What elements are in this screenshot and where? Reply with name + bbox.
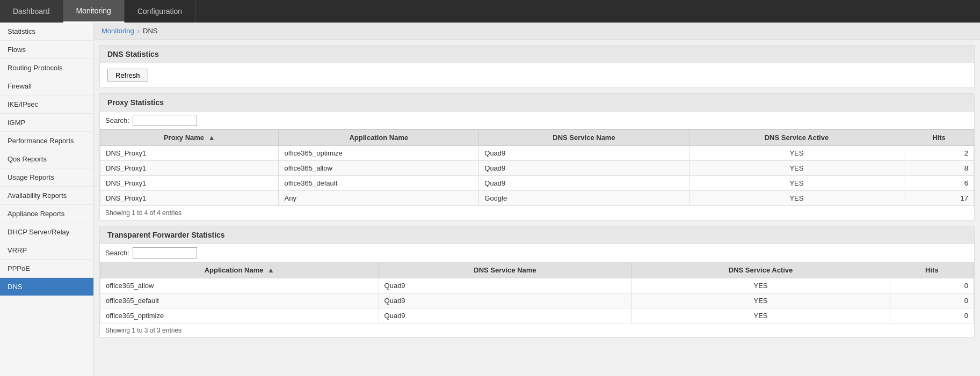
dns-service-cell: Quad9 [479, 146, 689, 161]
proxy-col-dns-service-active[interactable]: DNS Service Active [689, 130, 904, 146]
dns-service-cell: Quad9 [379, 293, 631, 308]
forwarder-col-dns-service-name[interactable]: DNS Service Name [379, 262, 631, 278]
table-row: DNS_Proxy1 office365_default Quad9 YES 6 [100, 176, 974, 191]
dns-service-cell: Google [479, 191, 689, 206]
proxy-table: Proxy Name ▲ Application Name DNS Servic… [100, 129, 974, 206]
hits-cell: 6 [904, 176, 974, 191]
hits-cell: 2 [904, 146, 974, 161]
dns-statistics-section: DNS Statistics Refresh [99, 45, 975, 88]
top-navigation: Dashboard Monitoring Configuration [0, 0, 980, 23]
sidebar-item-ike-ipsec[interactable]: IKE/IPsec [0, 95, 93, 114]
dns-service-cell: Quad9 [379, 278, 631, 293]
table-row: DNS_Proxy1 Any Google YES 17 [100, 191, 974, 206]
hits-cell: 0 [890, 278, 974, 293]
sort-arrow-app-name: ▲ [267, 266, 274, 274]
breadcrumb-current: DNS [143, 27, 157, 35]
hits-cell: 0 [890, 293, 974, 308]
refresh-button[interactable]: Refresh [107, 69, 148, 82]
proxy-col-hits[interactable]: Hits [904, 130, 974, 146]
app-name-cell: office365_allow [279, 161, 479, 176]
app-name-cell: office365_optimize [100, 308, 379, 323]
active-cell: YES [689, 191, 904, 206]
forwarder-col-dns-service-active[interactable]: DNS Service Active [631, 262, 890, 278]
dns-service-cell: Quad9 [379, 308, 631, 323]
proxy-showing-text: Showing 1 to 4 of 4 entries [100, 206, 974, 220]
active-cell: YES [631, 278, 890, 293]
table-row: office365_allow Quad9 YES 0 [100, 278, 974, 293]
sidebar-item-vrrp[interactable]: VRRP [0, 241, 93, 260]
sidebar-item-statistics[interactable]: Statistics [0, 23, 93, 41]
app-name-cell: office365_default [279, 176, 479, 191]
proxy-name-cell: DNS_Proxy1 [100, 191, 279, 206]
active-cell: YES [631, 293, 890, 308]
sidebar-item-routing-protocols[interactable]: Routing Protocols [0, 59, 93, 77]
sidebar-item-availability-reports[interactable]: Availability Reports [0, 187, 93, 205]
dns-statistics-header: DNS Statistics [100, 46, 974, 63]
breadcrumb: Monitoring › DNS [94, 23, 980, 40]
proxy-name-cell: DNS_Proxy1 [100, 176, 279, 191]
breadcrumb-separator: › [137, 27, 140, 35]
sidebar-item-performance-reports[interactable]: Performance Reports [0, 132, 93, 150]
tab-configuration[interactable]: Configuration [125, 0, 195, 23]
proxy-search-row: Search: [100, 112, 974, 129]
active-cell: YES [689, 176, 904, 191]
app-name-cell: office365_default [100, 293, 379, 308]
active-cell: YES [631, 308, 890, 323]
main-content: Monitoring › DNS DNS Statistics Refresh … [94, 23, 980, 376]
table-row: DNS_Proxy1 office365_allow Quad9 YES 8 [100, 161, 974, 176]
forwarder-showing-text: Showing 1 to 3 of 3 entries [100, 323, 974, 337]
dns-service-cell: Quad9 [479, 161, 689, 176]
proxy-col-app-name[interactable]: Application Name [279, 130, 479, 146]
active-cell: YES [689, 161, 904, 176]
proxy-name-cell: DNS_Proxy1 [100, 161, 279, 176]
sidebar-item-dns[interactable]: DNS [0, 278, 93, 296]
transparent-forwarder-section: Transparent Forwarder Statistics Search:… [99, 226, 975, 338]
breadcrumb-parent[interactable]: Monitoring [101, 27, 134, 35]
app-name-cell: office365_allow [100, 278, 379, 293]
hits-cell: 0 [890, 308, 974, 323]
forwarder-col-app-name[interactable]: Application Name ▲ [100, 262, 379, 278]
app-name-cell: office365_optimize [279, 146, 479, 161]
proxy-col-proxy-name[interactable]: Proxy Name ▲ [100, 130, 279, 146]
forwarder-col-hits[interactable]: Hits [890, 262, 974, 278]
proxy-search-label: Search: [105, 116, 129, 124]
sidebar-item-firewall[interactable]: Firewall [0, 77, 93, 95]
sidebar-item-dhcp-server[interactable]: DHCP Server/Relay [0, 223, 93, 241]
sidebar-item-pppoe[interactable]: PPPoE [0, 260, 93, 278]
dns-statistics-body: Refresh [100, 63, 974, 87]
app-name-cell: Any [279, 191, 479, 206]
table-row: office365_optimize Quad9 YES 0 [100, 308, 974, 323]
forwarder-search-row: Search: [100, 244, 974, 262]
sidebar-item-appliance-reports[interactable]: Appliance Reports [0, 205, 93, 223]
proxy-col-dns-service-name[interactable]: DNS Service Name [479, 130, 689, 146]
sidebar-item-flows[interactable]: Flows [0, 41, 93, 59]
sort-arrow-proxy-name: ▲ [208, 134, 215, 142]
forwarder-search-label: Search: [105, 249, 129, 257]
proxy-statistics-section: Proxy Statistics Search: Proxy Name ▲ Ap… [99, 93, 975, 220]
sidebar-item-usage-reports[interactable]: Usage Reports [0, 168, 93, 187]
tab-monitoring[interactable]: Monitoring [63, 0, 125, 23]
table-row: office365_default Quad9 YES 0 [100, 293, 974, 308]
main-layout: Statistics Flows Routing Protocols Firew… [0, 23, 980, 376]
sidebar: Statistics Flows Routing Protocols Firew… [0, 23, 94, 376]
dns-service-cell: Quad9 [479, 176, 689, 191]
hits-cell: 17 [904, 191, 974, 206]
forwarder-search-input[interactable] [133, 247, 197, 259]
table-row: DNS_Proxy1 office365_optimize Quad9 YES … [100, 146, 974, 161]
proxy-search-input[interactable] [133, 115, 197, 126]
forwarder-table: Application Name ▲ DNS Service Name DNS … [100, 262, 974, 323]
proxy-statistics-header: Proxy Statistics [100, 94, 974, 112]
transparent-forwarder-header: Transparent Forwarder Statistics [100, 226, 974, 244]
sidebar-item-igmp[interactable]: IGMP [0, 114, 93, 132]
hits-cell: 8 [904, 161, 974, 176]
proxy-name-cell: DNS_Proxy1 [100, 146, 279, 161]
active-cell: YES [689, 146, 904, 161]
tab-dashboard[interactable]: Dashboard [0, 0, 63, 23]
sidebar-item-qos-reports[interactable]: Qos Reports [0, 150, 93, 168]
